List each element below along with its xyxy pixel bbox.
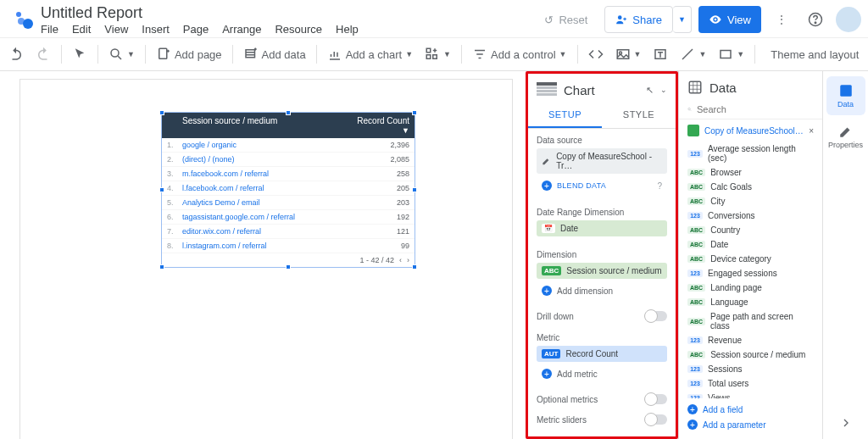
menu-page[interactable]: Page (183, 23, 209, 36)
field-item[interactable]: ABCBrowser (679, 165, 822, 180)
table-row[interactable]: 1.google / organic2,396 (162, 138, 415, 153)
field-item[interactable]: 123Conversions (679, 208, 822, 223)
cursor-icon (72, 47, 87, 62)
community-viz-button[interactable]: ▼ (420, 43, 456, 65)
add-field-link[interactable]: +Add a field (687, 402, 814, 417)
search-input[interactable] (697, 104, 814, 114)
share-button[interactable]: Share (604, 6, 673, 33)
shape-button[interactable]: ▼ (713, 43, 749, 65)
field-item[interactable]: ABCCalc Goals (679, 180, 822, 194)
metric-sliders-label: Metric sliders (537, 415, 587, 425)
add-param-label: Add a parameter (703, 420, 766, 430)
pager-prev-icon[interactable]: ‹ (399, 256, 402, 264)
pager-next-icon[interactable]: › (407, 256, 409, 264)
add-metric-button[interactable]: + Add metric (537, 365, 667, 382)
zoom-button[interactable]: ▼ (103, 43, 140, 65)
help-icon[interactable]: ? (657, 181, 662, 191)
report-page[interactable]: Session source / medium Record Count ▼ 1… (20, 80, 512, 439)
dimension-label: Dimension (537, 250, 667, 259)
table-row[interactable]: 5.Analytics Demo / email203 (162, 196, 415, 210)
data-search[interactable] (679, 100, 822, 119)
more-options-button[interactable]: ⋮ (768, 6, 795, 33)
table-row[interactable]: 4.l.facebook.com / referral205 (162, 181, 415, 196)
field-item[interactable]: ABCCountry (679, 223, 822, 237)
field-item[interactable]: ABCLanguage (679, 295, 822, 309)
field-item[interactable]: 123Total users (679, 376, 822, 391)
drill-down-label: Drill down (537, 312, 574, 321)
date-range-chip[interactable]: 📅 Date (537, 220, 667, 236)
help-button[interactable] (802, 6, 829, 33)
svg-point-4 (715, 19, 717, 21)
text-button[interactable] (648, 43, 673, 65)
rail-expand[interactable] (839, 416, 853, 432)
add-page-button[interactable]: Add page (151, 43, 227, 65)
add-chart-label: Add a chart (346, 48, 403, 61)
menu-view[interactable]: View (104, 23, 128, 36)
redo-icon (36, 47, 51, 62)
undo-button[interactable] (3, 43, 29, 65)
field-item[interactable]: 123Revenue (679, 333, 822, 347)
select-tool[interactable] (67, 43, 92, 65)
add-control-label: Add a control (491, 48, 556, 61)
right-rail: Data Properties (822, 71, 868, 439)
table-row[interactable]: 8.l.instagram.com / referral99 (162, 239, 415, 253)
field-item[interactable]: 123Average session length (sec) (679, 142, 822, 165)
chart-type-dropdown[interactable]: ⌄ (660, 86, 667, 94)
field-item[interactable]: 123Engaged sessions (679, 266, 822, 281)
image-button[interactable]: ▼ (610, 43, 647, 65)
menu-arrange[interactable]: Arrange (222, 23, 261, 36)
metric-chip[interactable]: AUT Record Count (537, 346, 667, 362)
menu-edit[interactable]: Edit (72, 23, 91, 36)
field-item[interactable]: ABCPage path and screen class (679, 309, 822, 333)
chart-setup-panel: Chart ↖ ⌄ SETUP STYLE Data source Copy o… (526, 71, 678, 439)
table-chart[interactable]: Session source / medium Record Count ▼ 1… (161, 112, 415, 268)
field-item[interactable]: 123Sessions (679, 362, 822, 376)
data-source-row[interactable]: Copy of MeasureSchool - TrueBlu… × (679, 119, 822, 142)
reset-button[interactable]: ↺Reset (534, 6, 598, 33)
svg-rect-11 (426, 55, 431, 59)
metric-sliders-toggle[interactable] (645, 414, 667, 425)
svg-rect-21 (689, 81, 701, 93)
add-chart-button[interactable]: Add a chart▼ (322, 43, 418, 65)
dimension-chip[interactable]: ABC Session source / medium (537, 263, 667, 279)
data-source-chip[interactable]: Copy of MeasureSchool - Tr… (537, 148, 667, 174)
add-dimension-button[interactable]: + Add dimension (537, 282, 667, 299)
menu-insert[interactable]: Insert (142, 23, 170, 36)
drill-down-toggle[interactable] (645, 311, 667, 321)
field-item[interactable]: ABCLanding page (679, 281, 822, 295)
table-row[interactable]: 2.(direct) / (none)2,085 (162, 153, 415, 167)
add-parameter-link[interactable]: +Add a parameter (687, 417, 814, 432)
theme-layout-button[interactable]: Theme and layout (771, 48, 859, 61)
field-item[interactable]: ABCSession source / medium (679, 347, 822, 362)
view-button[interactable]: View (698, 6, 761, 33)
menu-help[interactable]: Help (336, 23, 359, 36)
table-row[interactable]: 7.editor.wix.com / referral121 (162, 225, 415, 239)
field-item[interactable]: ABCDevice category (679, 252, 822, 266)
rail-properties[interactable]: Properties (826, 117, 865, 156)
menu-resource[interactable]: Resource (275, 23, 322, 36)
rail-data[interactable]: Data (826, 76, 865, 115)
report-canvas[interactable]: Session source / medium Record Count ▼ 1… (0, 71, 526, 439)
menu-file[interactable]: File (41, 23, 58, 36)
share-dropdown[interactable]: ▼ (673, 6, 692, 33)
table-row[interactable]: 3.m.facebook.com / referral258 (162, 167, 415, 181)
document-title[interactable]: Untitled Report (41, 4, 534, 22)
optional-metrics-toggle[interactable] (645, 394, 667, 404)
tab-setup[interactable]: SETUP (528, 103, 602, 128)
field-item[interactable]: ABCDate (679, 237, 822, 252)
user-avatar[interactable] (836, 7, 861, 32)
add-control-button[interactable]: Add a control▼ (467, 43, 572, 65)
tab-style[interactable]: STYLE (602, 103, 676, 128)
field-item[interactable]: 123Views (679, 391, 822, 398)
field-item[interactable]: ABCCity (679, 194, 822, 208)
data-panel: Data Copy of MeasureSchool - TrueBlu… × … (678, 71, 822, 439)
blend-data-button[interactable]: + BLEND DATA ? (537, 177, 667, 194)
add-field-label: Add a field (703, 405, 743, 414)
line-button[interactable]: ▼ (675, 43, 711, 65)
embed-button[interactable] (583, 43, 609, 65)
looker-studio-logo[interactable] (14, 9, 34, 30)
close-icon[interactable]: × (809, 126, 814, 136)
table-row[interactable]: 6.tagassistant.google.com / referral192 (162, 210, 415, 225)
add-data-button[interactable]: Add data (238, 43, 311, 65)
redo-button[interactable] (31, 43, 56, 65)
